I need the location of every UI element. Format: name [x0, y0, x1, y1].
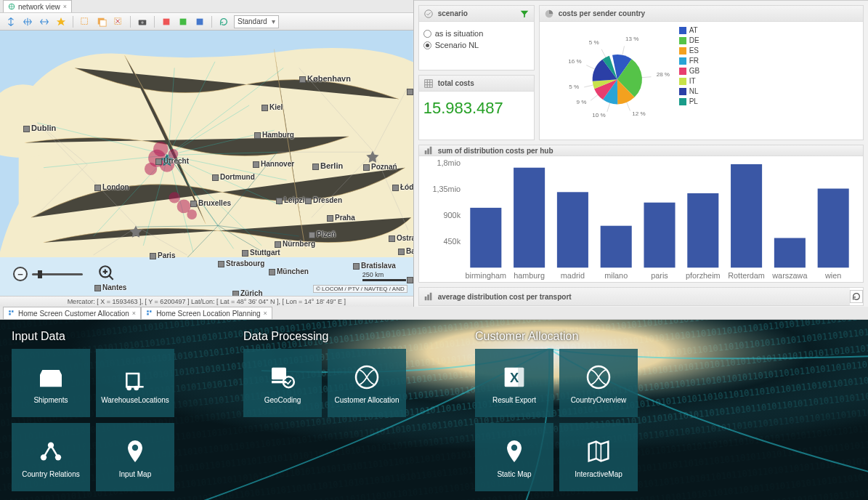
svg-rect-49	[600, 226, 631, 268]
camera-button[interactable]	[136, 15, 149, 28]
clear-select-button[interactable]	[112, 15, 125, 28]
svg-rect-52	[731, 164, 762, 267]
svg-rect-50	[644, 203, 675, 268]
tile-static-map[interactable]: Static Map	[475, 423, 553, 491]
combo-value: Standard	[238, 17, 267, 25]
svg-line-33	[584, 85, 593, 87]
tile-input-map[interactable]: Input Map	[96, 423, 174, 491]
tab-home-location-planning[interactable]: Home Screen Location Planning×	[141, 307, 272, 319]
tab-home-customer-allocation[interactable]: Home Screen Customer Allocation×	[3, 307, 141, 319]
tile-interactive-map[interactable]: InteractiveMap	[559, 423, 638, 491]
svg-line-23	[622, 46, 625, 55]
svg-point-6	[141, 21, 144, 24]
svg-point-17	[169, 192, 179, 203]
layer-blue-button[interactable]	[193, 15, 206, 28]
card-totals: total costs 15.983.487	[418, 75, 535, 140]
svg-rect-66	[429, 293, 431, 301]
zoom-out-button[interactable]: −	[13, 267, 28, 281]
svg-line-37	[601, 49, 606, 57]
pie-legend: ATDEESFRGBITNLPL	[679, 26, 713, 135]
svg-rect-77	[126, 374, 139, 387]
section-input-data: Input Data Shipments WarehouseLocations …	[12, 330, 174, 491]
zoom-track[interactable]	[32, 273, 83, 275]
svg-text:paris: paris	[651, 271, 668, 280]
svg-rect-53	[774, 238, 806, 267]
svg-text:X: X	[510, 369, 519, 384]
bottom-area: Home Screen Customer Allocation× Home Sc…	[0, 307, 868, 500]
city-lausanne: Lausanne	[196, 295, 238, 296]
svg-rect-40	[427, 148, 429, 154]
tile-geocoding[interactable]: GeoCoding	[243, 349, 322, 417]
chevron-down-icon: ▾	[272, 17, 275, 25]
select-button[interactable]	[78, 15, 92, 28]
refresh-button[interactable]	[217, 15, 230, 28]
svg-rect-71	[150, 310, 152, 312]
zoom-slider[interactable]: −	[13, 267, 83, 281]
svg-text:hamburg: hamburg	[514, 271, 545, 280]
pie-chart: 13 %28 %12 %10 %9 %5 %16 %5 %	[544, 26, 675, 135]
svg-rect-69	[9, 313, 11, 315]
card-title: average distribution cost per transport	[438, 293, 572, 301]
close-icon[interactable]: ×	[264, 310, 267, 317]
bar-icon	[423, 291, 434, 302]
scale-bar: 250 km	[362, 271, 406, 281]
svg-rect-39	[424, 150, 426, 154]
svg-rect-72	[147, 313, 149, 315]
svg-rect-65	[427, 294, 429, 300]
svg-text:16 %: 16 %	[568, 58, 581, 65]
city-zurich: Zürich	[232, 289, 263, 296]
grid-icon	[8, 310, 15, 317]
svg-point-83	[132, 444, 138, 450]
svg-rect-54	[817, 189, 848, 268]
svg-text:9 %: 9 %	[576, 99, 586, 105]
svg-rect-70	[147, 310, 149, 312]
close-icon[interactable]: ×	[63, 3, 67, 10]
card-title: costs per sender country	[559, 9, 645, 17]
svg-rect-47	[514, 168, 545, 268]
radio-scenario-nl[interactable]: Scenario NL	[423, 41, 530, 49]
svg-line-27	[626, 102, 630, 111]
tile-result-export[interactable]: X Result Export	[475, 349, 553, 417]
svg-point-78	[126, 385, 131, 390]
svg-text:wien: wien	[824, 271, 841, 280]
style-combo[interactable]: Standard ▾	[234, 15, 279, 28]
refresh-dashboard-button[interactable]	[850, 290, 863, 303]
zoom-in-marker[interactable]	[97, 264, 116, 287]
svg-line-35	[586, 65, 594, 69]
svg-point-14	[145, 163, 157, 175]
filter-icon[interactable]	[519, 9, 530, 19]
tile-customer-allocation[interactable]: Customer Allocation	[328, 349, 406, 417]
status-bar: Mercator: [ X = 1593463 ], [ Y = 6200497…	[0, 296, 413, 307]
map-canvas[interactable]: Dublin London Paris Bruxelles Utrecht Na…	[0, 31, 413, 296]
tile-warehouse-locations[interactable]: WarehouseLocations	[96, 349, 174, 417]
svg-rect-8	[180, 18, 187, 25]
tile-country-overview[interactable]: CountryOverview	[559, 349, 638, 417]
bar-icon	[423, 145, 434, 156]
svg-text:5 %: 5 %	[588, 39, 599, 46]
radio-as-is[interactable]: as is situation	[423, 29, 530, 38]
svg-point-18	[187, 209, 197, 219]
check-icon	[423, 9, 434, 19]
svg-rect-9	[197, 18, 203, 25]
map-toolbar: Standard ▾	[0, 13, 413, 31]
tile-shipments[interactable]: Shipments	[12, 349, 90, 417]
tab-network-view[interactable]: network view ×	[3, 0, 72, 12]
svg-rect-41	[429, 147, 431, 155]
close-icon[interactable]: ×	[132, 310, 136, 317]
expand-h-button[interactable]	[38, 15, 51, 28]
layer-green-button[interactable]	[177, 15, 190, 28]
city-strasbourg: Strasbourg	[218, 259, 264, 267]
svg-line-29	[607, 103, 610, 112]
layer-red-button[interactable]	[160, 15, 173, 28]
svg-rect-68	[12, 310, 14, 312]
card-title: scenario	[438, 9, 468, 17]
tile-country-relations[interactable]: Country Relations	[12, 423, 90, 491]
invert-select-button[interactable]	[95, 15, 108, 28]
star-button[interactable]	[54, 15, 68, 28]
total-value: 15.983.487	[423, 99, 530, 118]
svg-text:10 %: 10 %	[592, 112, 605, 118]
card-bar: sum of distribution costs per hub 450k90…	[418, 145, 864, 283]
expand-v-button[interactable]	[4, 15, 17, 28]
grid-icon	[146, 310, 153, 317]
expand-all-button[interactable]	[21, 15, 34, 28]
